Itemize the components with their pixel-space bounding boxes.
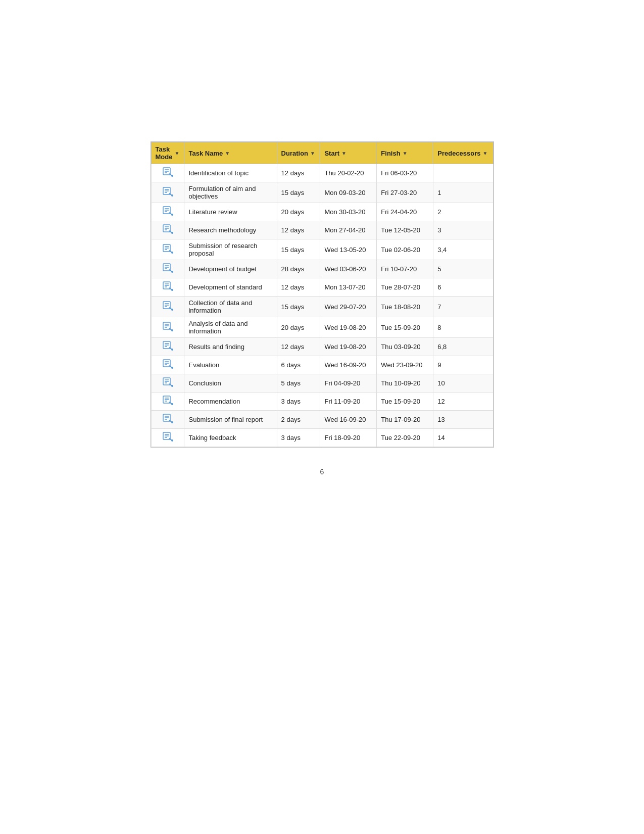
task-name-cell: Literature review <box>184 203 277 221</box>
svg-point-49 <box>171 349 173 351</box>
task-mode-cell <box>151 338 184 356</box>
task-duration-cell: 3 days <box>277 393 320 411</box>
task-name-cell: Recommendation <box>184 393 277 411</box>
table-row: Results and finding12 daysWed 19-08-20Th… <box>151 338 493 356</box>
task-name-cell: Identification of topic <box>184 164 277 182</box>
task-duration-cell: 12 days <box>277 278 320 297</box>
task-start-cell: Thu 20-02-20 <box>320 164 377 182</box>
task-icon <box>162 431 173 443</box>
task-predecessors-cell: 3,4 <box>433 239 493 260</box>
finish-label: Finish <box>381 150 400 157</box>
task-icon <box>162 413 173 424</box>
task-finish-cell: Tue 22-09-20 <box>377 429 433 447</box>
task-finish-cell: Thu 10-09-20 <box>377 374 433 393</box>
svg-point-74 <box>171 439 173 441</box>
table-row: Taking feedback3 daysFri 18-09-20Tue 22-… <box>151 429 493 447</box>
task-icon <box>162 224 173 235</box>
task-name-dropdown-icon[interactable]: ▼ <box>225 151 230 156</box>
task-mode-cell <box>151 182 184 203</box>
table-row: Identification of topic12 daysThu 20-02-… <box>151 164 493 182</box>
task-name-cell: Development of budget <box>184 260 277 278</box>
task-duration-cell: 20 days <box>277 203 320 221</box>
finish-header[interactable]: Finish ▼ <box>377 142 433 164</box>
task-icon <box>162 301 173 312</box>
task-mode-cell <box>151 297 184 317</box>
table-row: Conclusion5 daysFri 04-09-20Thu 10-09-20… <box>151 374 493 393</box>
task-predecessors-cell: 10 <box>433 374 493 393</box>
task-predecessors-cell: 14 <box>433 429 493 447</box>
table-row: Recommendation3 daysFri 11-09-20Tue 15-0… <box>151 393 493 411</box>
duration-header[interactable]: Duration ▼ <box>277 142 320 164</box>
table-row: Analysis of data and information20 daysW… <box>151 317 493 338</box>
task-duration-cell: 15 days <box>277 297 320 317</box>
table-row: Formulation of aim and objectives15 days… <box>151 182 493 203</box>
task-icon <box>162 186 173 198</box>
svg-point-14 <box>171 214 173 216</box>
task-finish-cell: Thu 03-09-20 <box>377 338 433 356</box>
task-finish-cell: Tue 18-08-20 <box>377 297 433 317</box>
task-duration-cell: 5 days <box>277 374 320 393</box>
task-start-cell: Mon 27-04-20 <box>320 221 377 239</box>
task-icon <box>162 377 173 388</box>
table-row: Literature review20 daysMon 30-03-20Fri … <box>151 203 493 221</box>
gantt-table: TaskMode ▼ Task Name ▼ Duration ▼ <box>151 142 493 447</box>
task-finish-cell: Tue 28-07-20 <box>377 278 433 297</box>
svg-point-69 <box>171 421 173 423</box>
task-predecessors-cell <box>433 164 493 182</box>
start-header[interactable]: Start ▼ <box>320 142 377 164</box>
task-predecessors-cell: 6,8 <box>433 338 493 356</box>
finish-dropdown-icon[interactable]: ▼ <box>403 151 408 156</box>
task-start-cell: Wed 13-05-20 <box>320 239 377 260</box>
table-header-row: TaskMode ▼ Task Name ▼ Duration ▼ <box>151 142 493 164</box>
svg-point-34 <box>171 289 173 291</box>
predecessors-header[interactable]: Predecessors ▼ <box>433 142 493 164</box>
task-predecessors-cell: 8 <box>433 317 493 338</box>
task-name-cell: Development of standard <box>184 278 277 297</box>
task-predecessors-cell: 9 <box>433 356 493 374</box>
table-row: Research methodology12 daysMon 27-04-20T… <box>151 221 493 239</box>
task-predecessors-cell: 2 <box>433 203 493 221</box>
task-start-cell: Wed 16-09-20 <box>320 411 377 429</box>
task-mode-dropdown-icon[interactable]: ▼ <box>174 151 179 156</box>
task-finish-cell: Fri 10-07-20 <box>377 260 433 278</box>
task-mode-cell <box>151 393 184 411</box>
start-dropdown-icon[interactable]: ▼ <box>341 151 346 156</box>
task-duration-cell: 12 days <box>277 164 320 182</box>
task-name-cell: Formulation of aim and objectives <box>184 182 277 203</box>
task-predecessors-cell: 1 <box>433 182 493 203</box>
task-name-label: Task Name <box>188 150 223 157</box>
table-row: Development of standard12 daysMon 13-07-… <box>151 278 493 297</box>
duration-dropdown-icon[interactable]: ▼ <box>310 151 315 156</box>
task-duration-cell: 15 days <box>277 239 320 260</box>
task-start-cell: Mon 13-07-20 <box>320 278 377 297</box>
page-wrapper: TaskMode ▼ Task Name ▼ Duration ▼ <box>0 0 644 834</box>
task-mode-cell <box>151 164 184 182</box>
predecessors-dropdown-icon[interactable]: ▼ <box>483 151 488 156</box>
task-duration-cell: 12 days <box>277 338 320 356</box>
task-icon <box>162 243 173 255</box>
task-mode-cell <box>151 429 184 447</box>
task-start-cell: Wed 19-08-20 <box>320 317 377 338</box>
svg-point-29 <box>171 271 173 273</box>
task-finish-cell: Fri 24-04-20 <box>377 203 433 221</box>
task-predecessors-cell: 3 <box>433 221 493 239</box>
task-start-cell: Wed 29-07-20 <box>320 297 377 317</box>
task-icon <box>162 340 173 352</box>
task-name-cell: Taking feedback <box>184 429 277 447</box>
task-mode-header[interactable]: TaskMode ▼ <box>151 142 184 164</box>
task-name-header[interactable]: Task Name ▼ <box>184 142 277 164</box>
gantt-table-container: TaskMode ▼ Task Name ▼ Duration ▼ <box>151 141 494 448</box>
table-row: Submission of final report2 daysWed 16-0… <box>151 411 493 429</box>
task-icon <box>162 206 173 217</box>
task-mode-label: TaskMode <box>156 145 173 161</box>
task-mode-cell <box>151 260 184 278</box>
task-name-cell: Evaluation <box>184 356 277 374</box>
task-icon <box>162 167 173 178</box>
task-finish-cell: Tue 12-05-20 <box>377 221 433 239</box>
task-mode-cell <box>151 411 184 429</box>
duration-label: Duration <box>281 150 308 157</box>
task-mode-cell <box>151 278 184 297</box>
task-duration-cell: 20 days <box>277 317 320 338</box>
svg-point-59 <box>171 385 173 387</box>
task-mode-cell <box>151 317 184 338</box>
